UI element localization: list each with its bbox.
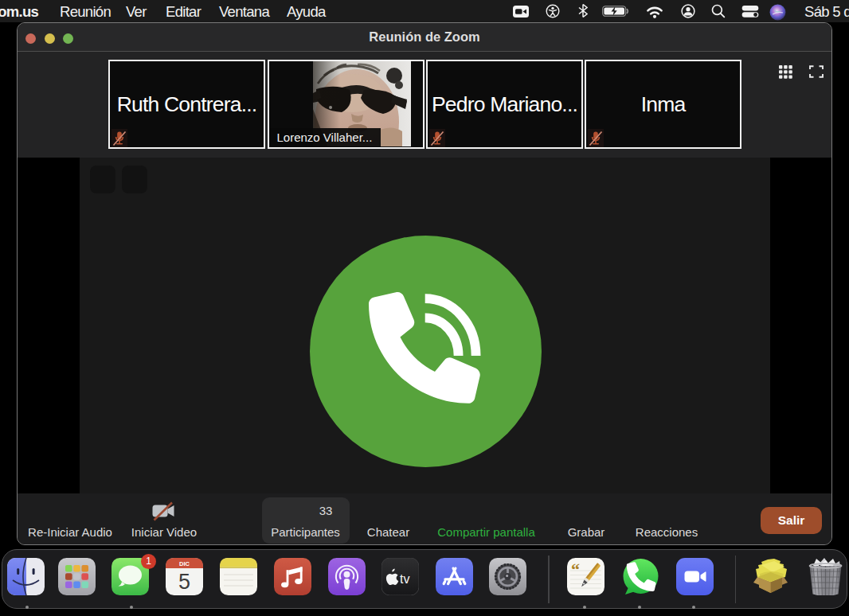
svg-text:tv: tv bbox=[400, 572, 409, 586]
svg-text:5: 5 bbox=[178, 570, 190, 594]
svg-text:“: “ bbox=[571, 559, 580, 579]
svg-text:DIC: DIC bbox=[179, 560, 190, 567]
